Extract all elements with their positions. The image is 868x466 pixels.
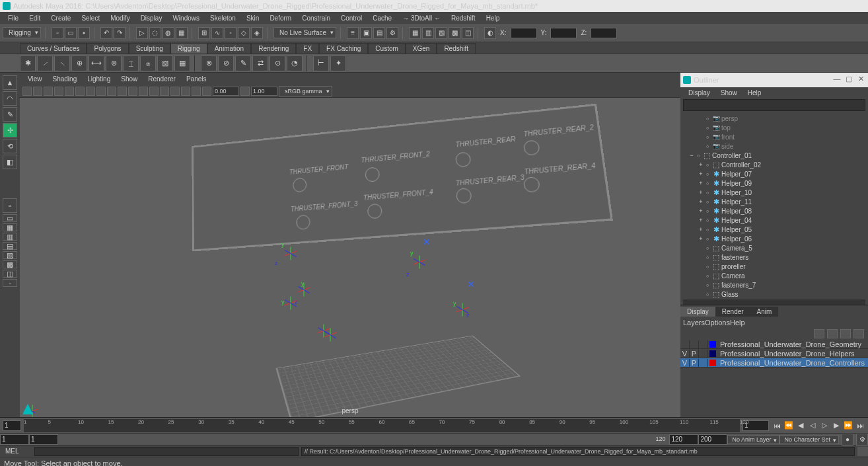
orient-joint-icon[interactable]: ⊛ bbox=[106, 56, 122, 71]
lasso-icon[interactable]: ◌ bbox=[149, 27, 161, 39]
layout-custom1-icon[interactable]: ▨ bbox=[3, 251, 17, 259]
shelf-tab-sculpting[interactable]: Sculpting bbox=[129, 43, 170, 54]
outliner-item[interactable]: +○✱Helper_06 bbox=[682, 234, 867, 243]
vp-grid-icon[interactable] bbox=[65, 87, 74, 96]
menu-skeleton[interactable]: Skeleton bbox=[205, 13, 241, 23]
layer-tab-render[interactable]: Render bbox=[715, 307, 750, 317]
panel-layout3-icon[interactable]: ▨ bbox=[435, 27, 447, 39]
vp-menu-lighting[interactable]: Lighting bbox=[82, 74, 116, 84]
play-fwd-icon[interactable]: ▷ bbox=[819, 420, 830, 431]
mirror-joint-icon[interactable]: ⟷ bbox=[89, 56, 104, 71]
last-tool-icon[interactable]: ▫ bbox=[3, 198, 17, 213]
layer-new-selected-icon[interactable] bbox=[853, 329, 864, 338]
vp-select-icon[interactable] bbox=[22, 87, 32, 96]
snap-point-icon[interactable]: ◦ bbox=[225, 27, 236, 39]
shelf-tab-fx[interactable]: FX bbox=[296, 43, 319, 54]
outliner-item[interactable]: +○✱Helper_11 bbox=[682, 197, 867, 206]
menu-deform[interactable]: Deform bbox=[264, 13, 297, 23]
outliner-item[interactable]: ○📷side bbox=[682, 141, 867, 151]
shelf-tab-rendering[interactable]: Rendering bbox=[251, 43, 296, 54]
menu-select[interactable]: Select bbox=[76, 13, 105, 23]
construction-history-icon[interactable]: ≡ bbox=[347, 27, 359, 39]
layer-row[interactable]: VPProfessional_Underwater_Drone_Helpers bbox=[680, 349, 868, 358]
outliner-item[interactable]: +○✱Helper_09 bbox=[682, 178, 867, 188]
redo-icon[interactable]: ↷ bbox=[114, 27, 126, 39]
vp-wireframe-icon[interactable] bbox=[118, 87, 127, 96]
z-input[interactable] bbox=[591, 28, 617, 38]
outliner-item[interactable]: ○⬚Glass bbox=[682, 290, 867, 299]
minimize-icon[interactable]: — bbox=[832, 74, 842, 83]
vp-bookmark-icon[interactable] bbox=[44, 87, 53, 96]
outliner-item[interactable]: ○📷persp bbox=[682, 114, 867, 123]
autokey-icon[interactable]: ● bbox=[842, 434, 853, 446]
shelf-tab-curvessurfaces[interactable]: Curves / Surfaces bbox=[20, 43, 87, 54]
play-back-icon[interactable]: ◁ bbox=[807, 420, 818, 431]
layer-move-down-icon[interactable] bbox=[827, 329, 838, 338]
vp-safe-icon[interactable] bbox=[107, 87, 116, 96]
locator-icon[interactable]: ✦ bbox=[330, 56, 346, 71]
step-fwd-icon[interactable]: ▶ bbox=[831, 420, 842, 431]
lasso-tool-icon[interactable]: ◠ bbox=[3, 91, 17, 106]
menu-create[interactable]: Create bbox=[46, 13, 76, 23]
menu-file[interactable]: File bbox=[3, 13, 24, 23]
vp-gate-icon[interactable] bbox=[86, 87, 95, 96]
vp-film-icon[interactable] bbox=[75, 87, 85, 96]
lattice-icon[interactable]: ▦ bbox=[174, 56, 190, 71]
outliner-menu-help[interactable]: Help bbox=[742, 89, 767, 97]
vp-shadow-icon[interactable] bbox=[160, 87, 169, 96]
render-settings-icon[interactable]: ⚙ bbox=[386, 27, 398, 39]
menu-cache[interactable]: Cache bbox=[367, 13, 397, 23]
viewport-3d[interactable]: THRUSTER_FRONT THRUSTER_FRONT_2 THRUSTER… bbox=[20, 98, 680, 417]
layout-persp-icon[interactable]: ▤ bbox=[3, 242, 17, 250]
snap-grid-icon[interactable]: ⊞ bbox=[198, 27, 210, 39]
joint-tool-icon[interactable]: ✱ bbox=[20, 56, 36, 71]
live-surface-combo[interactable]: No Live Surface bbox=[273, 27, 336, 38]
ik-spline-icon[interactable]: ⟍ bbox=[54, 56, 70, 71]
outliner-item[interactable]: ○⬚Camera_5 bbox=[682, 243, 867, 252]
detach-skin-icon[interactable]: ⊘ bbox=[218, 56, 234, 71]
x-input[interactable] bbox=[511, 28, 537, 38]
constraint-icon[interactable]: ⊢ bbox=[313, 56, 329, 71]
vp-gamma-icon[interactable] bbox=[240, 87, 250, 96]
vp-colorspace-combo[interactable]: sRGB gamma bbox=[279, 86, 332, 97]
shelf-tab-polygons[interactable]: Polygons bbox=[87, 43, 128, 54]
box-icon[interactable]: ▧ bbox=[157, 56, 173, 71]
menu-modify[interactable]: Modify bbox=[105, 13, 135, 23]
layer-menu-options[interactable]: Options bbox=[705, 319, 730, 327]
vp-image-icon[interactable] bbox=[54, 87, 63, 96]
vp-light-icon[interactable] bbox=[149, 87, 159, 96]
outliner-item[interactable]: +○✱Helper_07 bbox=[682, 169, 867, 178]
outliner-item[interactable]: +○✱Helper_10 bbox=[682, 188, 867, 197]
menu-control[interactable]: Control bbox=[336, 13, 367, 23]
vp-xrayj-icon[interactable] bbox=[192, 87, 201, 96]
y-input[interactable] bbox=[550, 28, 577, 38]
layer-row[interactable]: VPProfessional_Underwater_Drone_Controll… bbox=[680, 358, 868, 368]
anim-layer-combo[interactable]: No Anim Layer bbox=[727, 435, 779, 444]
render-icon[interactable]: ▣ bbox=[360, 27, 372, 39]
outliner-item[interactable]: ○📷top bbox=[682, 123, 867, 132]
menu-display[interactable]: Display bbox=[135, 13, 168, 23]
layout-custom2-icon[interactable]: ▩ bbox=[3, 260, 17, 268]
script-editor-icon[interactable] bbox=[857, 447, 868, 456]
range-track[interactable]: 120 bbox=[61, 436, 667, 444]
panel-layout5-icon[interactable]: ◫ bbox=[462, 27, 474, 39]
vp-textured-icon[interactable] bbox=[139, 87, 148, 96]
outliner-item[interactable]: ○⬚fasteners_7 bbox=[682, 280, 867, 290]
save-scene-icon[interactable]: ▪ bbox=[78, 27, 90, 39]
paint-select-icon[interactable]: ◍ bbox=[163, 27, 174, 39]
vp-shaded-icon[interactable] bbox=[128, 87, 137, 96]
vp-cam-icon[interactable] bbox=[33, 87, 42, 96]
outliner-tree[interactable]: ○📷persp○📷top○📷front○📷side−○⬚Controller_0… bbox=[680, 112, 868, 299]
command-input[interactable] bbox=[34, 447, 299, 456]
range-endvis-input[interactable] bbox=[669, 434, 698, 445]
snap-curve-icon[interactable]: ∿ bbox=[211, 27, 223, 39]
vp-menu-shading[interactable]: Shading bbox=[48, 74, 83, 84]
layer-tab-anim[interactable]: Anim bbox=[750, 307, 779, 317]
vp-isolate-icon[interactable] bbox=[170, 87, 180, 96]
menu-skin[interactable]: Skin bbox=[241, 13, 264, 23]
panel-layout2-icon[interactable]: ▥ bbox=[422, 27, 434, 39]
vp-res-icon[interactable] bbox=[96, 87, 106, 96]
outliner-search[interactable] bbox=[683, 99, 865, 111]
menu-help[interactable]: Help bbox=[481, 13, 505, 23]
vp-xray-icon[interactable] bbox=[181, 87, 190, 96]
